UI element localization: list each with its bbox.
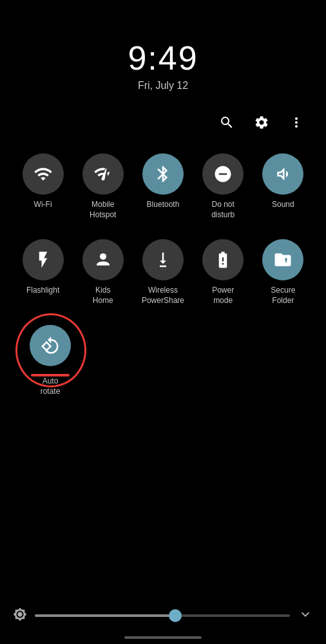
flashlight-label: Flashlight bbox=[26, 286, 59, 296]
time-section: 9:49 Fri, July 12 bbox=[0, 0, 326, 92]
do-not-disturb-icon bbox=[213, 164, 233, 184]
mobile-hotspot-icon-circle bbox=[82, 153, 124, 195]
date-display: Fri, July 12 bbox=[0, 80, 326, 92]
auto-rotate-icon-circle bbox=[30, 325, 71, 366]
wifi-label: Wi-Fi bbox=[34, 200, 52, 210]
kids-home-icon-circle bbox=[82, 239, 124, 280]
more-options-button[interactable] bbox=[285, 111, 308, 134]
brightness-row bbox=[0, 607, 326, 625]
power-mode-icon bbox=[213, 250, 233, 269]
qs-tile-wireless-powershare[interactable]: WirelessPowerShare bbox=[135, 239, 191, 306]
qs-tile-mobile-hotspot[interactable]: MobileHotspot bbox=[75, 153, 131, 220]
qs-tile-auto-rotate[interactable]: Autorotate bbox=[22, 325, 79, 396]
qs-tile-kids-home[interactable]: KidsHome bbox=[75, 239, 131, 306]
home-indicator bbox=[124, 636, 202, 639]
bluetooth-icon-circle bbox=[142, 153, 184, 195]
do-not-disturb-icon-circle bbox=[202, 153, 244, 195]
brightness-slider-fill bbox=[35, 614, 175, 617]
kids-home-label: KidsHome bbox=[93, 286, 113, 306]
qs-row-2: Flashlight KidsHome WirelessPowerShare P… bbox=[13, 239, 313, 306]
sound-icon-circle bbox=[262, 153, 303, 195]
wireless-powershare-icon-circle bbox=[142, 239, 184, 280]
red-underline-annotation bbox=[31, 374, 70, 376]
qs-tile-wifi[interactable]: Wi-Fi bbox=[15, 153, 72, 220]
top-icons-row bbox=[0, 92, 326, 141]
settings-button[interactable] bbox=[250, 111, 273, 134]
flashlight-icon-circle bbox=[23, 239, 64, 280]
bluetooth-icon bbox=[153, 164, 173, 184]
flashlight-icon bbox=[34, 250, 53, 269]
qs-row-3: Autorotate bbox=[13, 325, 313, 396]
qs-tile-sound[interactable]: Sound bbox=[254, 153, 311, 220]
wireless-powershare-icon bbox=[153, 250, 173, 269]
mobile-hotspot-label: MobileHotspot bbox=[90, 200, 116, 220]
sound-label: Sound bbox=[272, 200, 294, 210]
wifi-icon-circle bbox=[23, 153, 64, 195]
wifi-icon bbox=[34, 164, 53, 184]
qs-tile-flashlight[interactable]: Flashlight bbox=[15, 239, 72, 306]
bluetooth-label: Bluetooth bbox=[147, 200, 180, 210]
search-button[interactable] bbox=[215, 111, 238, 134]
time-display: 9:49 bbox=[0, 39, 326, 77]
brightness-icon bbox=[13, 607, 27, 624]
secure-folder-icon-circle bbox=[262, 239, 303, 280]
sound-icon bbox=[273, 164, 292, 184]
power-mode-icon-circle bbox=[202, 239, 244, 280]
qs-tile-secure-folder[interactable]: SecureFolder bbox=[254, 239, 311, 306]
qs-tile-do-not-disturb[interactable]: Do notdisturb bbox=[195, 153, 251, 220]
qs-tile-power-mode[interactable]: Powermode bbox=[195, 239, 251, 306]
brightness-slider-track[interactable] bbox=[35, 614, 290, 617]
kids-home-icon bbox=[93, 250, 113, 269]
brightness-chevron-down[interactable] bbox=[298, 607, 313, 625]
mobile-hotspot-icon bbox=[93, 164, 113, 184]
auto-rotate-icon bbox=[41, 336, 60, 355]
qs-row-1: Wi-Fi MobileHotspot Bluetooth Do notdist… bbox=[13, 153, 313, 220]
auto-rotate-wrapper bbox=[30, 325, 71, 371]
secure-folder-label: SecureFolder bbox=[271, 286, 295, 306]
quick-settings-grid: Wi-Fi MobileHotspot Bluetooth Do notdist… bbox=[0, 141, 326, 404]
qs-tile-bluetooth[interactable]: Bluetooth bbox=[135, 153, 191, 220]
secure-folder-icon bbox=[273, 250, 292, 269]
auto-rotate-label: Autorotate bbox=[41, 376, 61, 396]
brightness-slider-thumb[interactable] bbox=[169, 609, 182, 622]
do-not-disturb-label: Do notdisturb bbox=[211, 200, 235, 220]
power-mode-label: Powermode bbox=[212, 286, 234, 306]
wireless-powershare-label: WirelessPowerShare bbox=[142, 286, 184, 306]
